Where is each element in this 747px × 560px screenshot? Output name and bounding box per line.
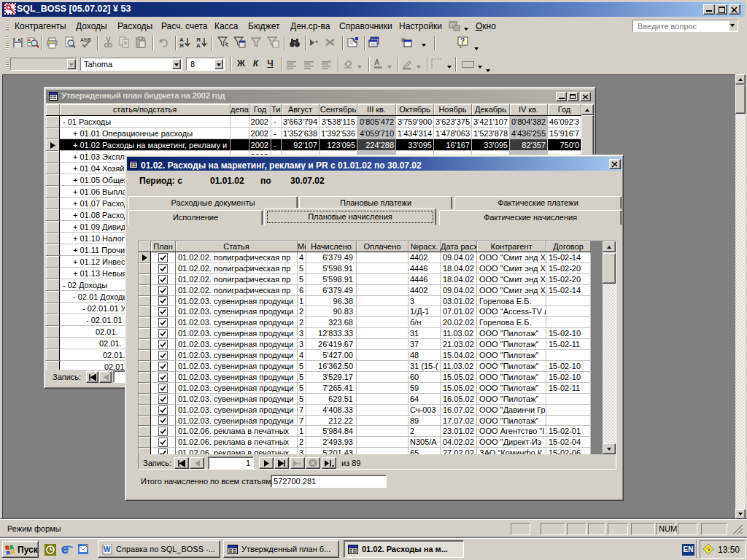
svg-text:*: * <box>298 461 301 467</box>
svg-text:e: e <box>61 542 69 556</box>
svg-text:W: W <box>104 545 111 553</box>
